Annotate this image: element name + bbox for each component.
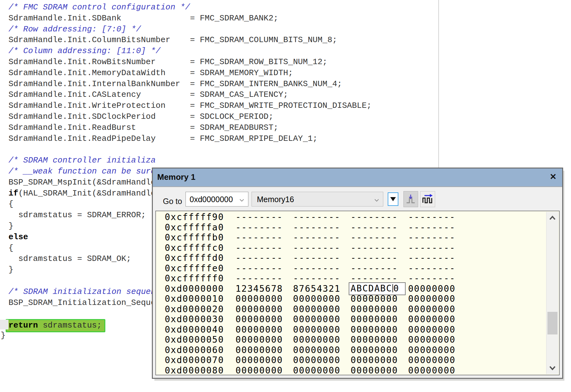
- memory-value-cell[interactable]: --------: [351, 253, 408, 263]
- memory-value-cell[interactable]: 12345678: [236, 284, 293, 294]
- vertical-scrollbar[interactable]: [546, 212, 558, 374]
- memory-value-cell[interactable]: 00000000: [351, 314, 408, 325]
- memory-value-cell[interactable]: --------: [293, 243, 351, 253]
- memory-value-cell[interactable]: 00000000: [293, 325, 351, 335]
- code-line: /* SDRAM controller initializa: [0, 155, 440, 166]
- memory-value-cell[interactable]: 00000000: [236, 355, 293, 366]
- memory-value-cell[interactable]: 00000000: [408, 304, 466, 315]
- memory-value-cell[interactable]: --------: [351, 212, 408, 223]
- scrollbar-thumb[interactable]: [547, 312, 557, 334]
- memory-value-cell[interactable]: 00000000: [351, 366, 408, 376]
- memory-value-cell[interactable]: 00000000: [351, 304, 408, 315]
- memory-value-cell[interactable]: --------: [408, 212, 466, 223]
- memory-value-cell[interactable]: --------: [351, 223, 408, 233]
- memory-value-cell[interactable]: --------: [408, 233, 466, 243]
- dropdown-arrow-icon: [390, 197, 396, 201]
- memory-row: 0xd0000010000000000000000000000000000000…: [156, 294, 546, 304]
- code-line: SdramHandle.Init.WriteProtection = FMC_S…: [0, 100, 440, 111]
- code-line: SdramHandle.Init.ReadPipeDelay = FMC_SDR…: [0, 133, 440, 144]
- code-line: SdramHandle.Init.InternalBankNumber = FM…: [0, 79, 440, 90]
- memory-window-titlebar[interactable]: Memory 1 ✕: [153, 168, 562, 187]
- code-text: sdramstatus = SDRAM_OK;: [8, 254, 131, 263]
- memory-value-cell[interactable]: --------: [236, 223, 293, 233]
- memory-address: 0xd0000020: [165, 304, 236, 315]
- memory-value-cell[interactable]: 00000000: [236, 325, 293, 335]
- memory-value-cell[interactable]: --------: [293, 223, 351, 233]
- memory-value-cell[interactable]: --------: [293, 263, 351, 274]
- memory-value-cell[interactable]: 00000000: [408, 314, 466, 325]
- memory-value-cell[interactable]: 00000000: [293, 345, 351, 356]
- memory-value-cell[interactable]: --------: [351, 243, 408, 253]
- code-comment: /* SDRAM initialization sequen: [8, 287, 156, 296]
- memory-address: 0xcfffffb0: [165, 233, 236, 243]
- memory-address: 0xd0000070: [165, 355, 236, 366]
- goto-label: Go to: [163, 197, 182, 206]
- memory-value-cell[interactable]: --------: [236, 243, 293, 253]
- code-text: SdramHandle.Init.MemoryDataWidth = SDRAM…: [8, 68, 293, 78]
- memory-value-cell[interactable]: --------: [408, 243, 466, 253]
- memory-value-cell[interactable]: 00000000: [408, 345, 466, 356]
- memory-value-cell[interactable]: --------: [236, 263, 293, 274]
- memory-value-cell[interactable]: 00000000: [408, 366, 466, 376]
- memory-row: 0xcfffffb0------------------------------…: [156, 233, 546, 243]
- memory-value-cell[interactable]: --------: [351, 263, 408, 274]
- memory-value-cell[interactable]: 00000000: [293, 294, 351, 304]
- memory-value-cell[interactable]: --------: [236, 212, 293, 223]
- close-icon[interactable]: ✕: [550, 172, 557, 182]
- memory-value-cell[interactable]: 00000000: [408, 284, 466, 294]
- memory-value-cell[interactable]: 00000000: [236, 304, 293, 315]
- editor-split-divider: [438, 0, 439, 168]
- memory-value-cell[interactable]: --------: [293, 273, 351, 284]
- goto-address-input[interactable]: 0xd0000000: [186, 192, 248, 207]
- scroll-down-icon[interactable]: [546, 363, 558, 372]
- code-text: SdramHandle.Init.InternalBankNumber = FM…: [8, 79, 342, 89]
- dropdown-arrow-button[interactable]: [388, 192, 398, 206]
- scroll-up-icon[interactable]: [546, 214, 558, 223]
- memory-value-cell[interactable]: 00000000: [408, 355, 466, 366]
- memory-value-cell[interactable]: 00000000: [351, 335, 408, 345]
- memory-value-cell[interactable]: 87654321: [293, 284, 351, 294]
- update-once-button[interactable]: [403, 191, 418, 207]
- memory-value-cell[interactable]: 00000000: [236, 294, 293, 304]
- memory-value-cell[interactable]: --------: [293, 233, 351, 243]
- memory-value-cell[interactable]: 00000000: [408, 294, 466, 304]
- memory-value-cell[interactable]: 00000000: [351, 325, 408, 335]
- memory-value-cell[interactable]: --------: [408, 223, 466, 233]
- memory-value-cell[interactable]: 00000000: [408, 335, 466, 345]
- memory-value-cell[interactable]: --------: [408, 263, 466, 274]
- code-keyword: return: [8, 321, 38, 330]
- memory-value-cell[interactable]: 00000000: [408, 325, 466, 335]
- code-line: SdramHandle.Init.MemoryDataWidth = SDRAM…: [0, 68, 440, 79]
- memory-value-cell[interactable]: 00000000: [236, 335, 293, 345]
- memory-value-cell[interactable]: 00000000: [236, 345, 293, 356]
- memory-value-cell[interactable]: --------: [351, 233, 408, 243]
- memory-value-edit-box[interactable]: ABCDABC0: [349, 282, 406, 295]
- memory-value-cell[interactable]: 00000000: [293, 335, 351, 345]
- memory-value-cell[interactable]: 00000000: [293, 304, 351, 315]
- memory-value-cell[interactable]: 00000000: [236, 366, 293, 376]
- memory-value-cell[interactable]: --------: [408, 273, 466, 284]
- view-mode-select[interactable]: Memory16: [252, 192, 383, 207]
- memory-value-cell[interactable]: --------: [236, 233, 293, 243]
- memory-value-cell[interactable]: ABCDABC0: [351, 284, 408, 294]
- memory-value-cell[interactable]: 00000000: [293, 355, 351, 366]
- chevron-down-icon[interactable]: [239, 198, 244, 203]
- memory-value-cell[interactable]: --------: [293, 253, 351, 263]
- memory-dump-area[interactable]: 0xcfffff90------------------------------…: [155, 211, 560, 375]
- memory-value-cell[interactable]: --------: [293, 212, 351, 223]
- memory-value-cell[interactable]: 00000000: [236, 314, 293, 325]
- memory-value-cell[interactable]: --------: [236, 253, 293, 263]
- memory-value-cell[interactable]: 00000000: [293, 366, 351, 376]
- memory-value-cell[interactable]: 00000000: [351, 345, 408, 356]
- periodic-update-button[interactable]: [420, 191, 435, 207]
- memory-value-cell[interactable]: --------: [408, 253, 466, 263]
- memory-address: 0xcfffffe0: [165, 263, 236, 274]
- memory-value-cell[interactable]: 00000000: [293, 314, 351, 325]
- memory-address: 0xcfffff90: [165, 212, 236, 223]
- code-line: /* FMC SDRAM control configuration */: [0, 2, 440, 13]
- chevron-down-icon[interactable]: [374, 198, 379, 203]
- memory-value-cell[interactable]: 00000000: [351, 294, 408, 304]
- memory-value-cell[interactable]: 00000000: [351, 355, 408, 366]
- code-comment: /* Row addressing: [7:0] */: [8, 25, 141, 34]
- memory-value-cell[interactable]: --------: [236, 273, 293, 284]
